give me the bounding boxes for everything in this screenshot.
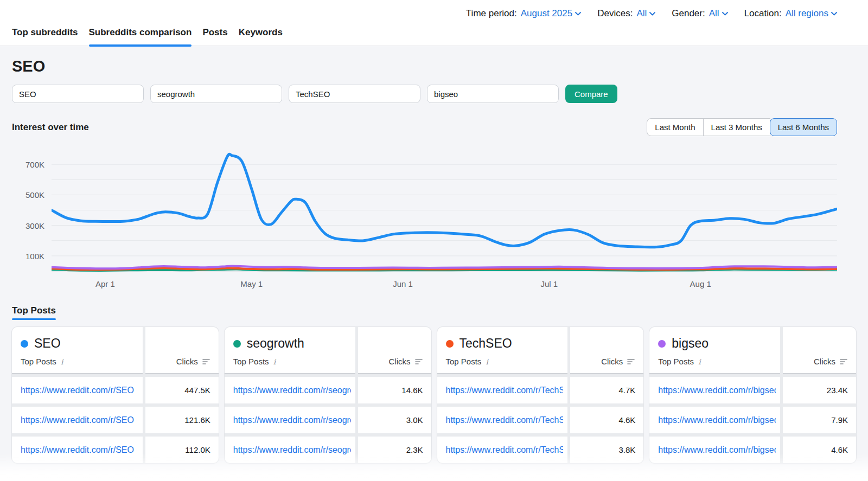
range-button-last-6-months[interactable]: Last 6 Months bbox=[770, 118, 837, 136]
subreddit-compare-bar: Compare bbox=[12, 85, 856, 103]
post-row-link-cell: https://www.reddit.com/r/bigseo bbox=[649, 437, 780, 463]
subreddit-input-seo[interactable] bbox=[12, 85, 144, 103]
post-clicks-value: 4.7K bbox=[618, 386, 635, 395]
post-link[interactable]: https://www.reddit.com/r/bigseo bbox=[658, 445, 776, 455]
compare-button[interactable]: Compare bbox=[565, 85, 617, 103]
filter-location: Location: All regions bbox=[744, 8, 837, 19]
post-link[interactable]: https://www.reddit.com/r/TechSEO bbox=[446, 386, 564, 395]
clicks-column-label: Clicks bbox=[176, 357, 198, 366]
y-axis-label: 300K bbox=[25, 221, 44, 230]
info-icon[interactable]: i bbox=[698, 358, 700, 365]
range-button-last-month[interactable]: Last Month bbox=[647, 118, 703, 136]
subreddit-input-seogrowth[interactable] bbox=[150, 85, 282, 103]
chevron-down-icon bbox=[575, 12, 581, 16]
filter-dropdown-devices[interactable]: All bbox=[636, 8, 655, 19]
posts-column-label: Top Posts bbox=[21, 357, 56, 366]
filter-dropdown-location[interactable]: All regions bbox=[786, 8, 837, 19]
post-link[interactable]: https://www.reddit.com/r/seogrowth bbox=[233, 386, 351, 395]
card-header: SEO Top Posts i bbox=[12, 327, 143, 374]
post-row-clicks-cell: 7.9K bbox=[783, 407, 856, 433]
post-clicks-value: 14.6K bbox=[401, 386, 423, 395]
y-axis-label: 700K bbox=[25, 160, 44, 169]
tab-posts[interactable]: Posts bbox=[202, 21, 227, 46]
card-header: seogrowth Top Posts i bbox=[225, 327, 355, 374]
post-row-link-cell: https://www.reddit.com/r/seogrowth bbox=[225, 377, 355, 403]
subreddit-input-bigseo[interactable] bbox=[427, 85, 559, 103]
post-link[interactable]: https://www.reddit.com/r/SEO bbox=[21, 445, 134, 455]
subreddit-input-techseo[interactable] bbox=[289, 85, 420, 103]
post-link[interactable]: https://www.reddit.com/r/bigseo bbox=[658, 415, 776, 425]
clicks-column-header[interactable]: Clicks bbox=[145, 327, 219, 374]
post-clicks-value: 3.8K bbox=[618, 445, 635, 454]
y-axis-label: 100K bbox=[25, 251, 44, 260]
post-link[interactable]: https://www.reddit.com/r/SEO bbox=[21, 415, 134, 425]
clicks-column-header[interactable]: Clicks bbox=[570, 327, 643, 374]
post-link[interactable]: https://www.reddit.com/r/seogrowth bbox=[233, 445, 351, 455]
filter-label: Time period: bbox=[466, 8, 517, 19]
top-posts-card-techseo: TechSEO Top Posts i Clicks https://www.r… bbox=[437, 327, 644, 463]
tab-subreddits-comparison[interactable]: Subreddits comparison bbox=[89, 21, 192, 46]
main-content: SEO Compare Interest over time Last Mont… bbox=[0, 57, 868, 463]
main-tabs: Top subreddits Subreddits comparison Pos… bbox=[0, 21, 868, 46]
post-clicks-value: 112.0K bbox=[185, 445, 210, 454]
post-clicks-value: 7.9K bbox=[831, 415, 848, 425]
chevron-down-icon bbox=[831, 12, 837, 16]
interest-chart-area: 700K500K300K100K Apr 1May 1Jun 1Jul 1Aug… bbox=[12, 149, 856, 293]
chart-plot bbox=[52, 149, 837, 274]
post-row-clicks-cell: 23.4K bbox=[783, 377, 856, 403]
clicks-column-header[interactable]: Clicks bbox=[783, 327, 856, 374]
global-filters: Time period: August 2025 Devices: All bbox=[0, 0, 868, 21]
top-posts-heading: Top Posts bbox=[12, 305, 56, 320]
post-link[interactable]: https://www.reddit.com/r/seogrowth bbox=[233, 415, 351, 425]
post-row-link-cell: https://www.reddit.com/r/TechSEO bbox=[437, 407, 568, 433]
top-posts-cards: SEO Top Posts i Clicks https://www.reddi… bbox=[12, 327, 856, 463]
posts-column-label: Top Posts bbox=[233, 357, 269, 366]
post-clicks-value: 2.3K bbox=[406, 445, 423, 454]
info-icon[interactable]: i bbox=[61, 358, 63, 365]
tab-keywords[interactable]: Keywords bbox=[239, 21, 283, 46]
posts-column-label: Top Posts bbox=[446, 357, 482, 366]
filter-selected-value: All bbox=[636, 8, 647, 19]
post-row-clicks-cell: 121.6K bbox=[145, 407, 219, 433]
post-link[interactable]: https://www.reddit.com/r/TechSEO bbox=[446, 445, 564, 455]
post-clicks-value: 121.6K bbox=[184, 415, 210, 425]
filter-gender: Gender: All bbox=[672, 8, 727, 19]
post-clicks-value: 3.0K bbox=[406, 415, 423, 425]
post-row-clicks-cell: 4.6K bbox=[783, 437, 856, 463]
post-link[interactable]: https://www.reddit.com/r/bigseo bbox=[658, 386, 776, 395]
filter-dropdown-time-period[interactable]: August 2025 bbox=[521, 8, 581, 19]
post-row-clicks-cell: 4.6K bbox=[570, 407, 643, 433]
post-row-link-cell: https://www.reddit.com/r/seogrowth bbox=[225, 407, 355, 433]
clicks-column-label: Clicks bbox=[814, 357, 835, 366]
tab-top-subreddits[interactable]: Top subreddits bbox=[12, 21, 78, 46]
clicks-column-header[interactable]: Clicks bbox=[358, 327, 431, 374]
post-clicks-value: 23.4K bbox=[827, 386, 848, 395]
card-subreddit-name: bigseo bbox=[672, 336, 709, 351]
post-clicks-value: 447.5K bbox=[184, 386, 210, 395]
posts-column-header: Top Posts i bbox=[21, 357, 137, 366]
top-posts-card-seogrowth: seogrowth Top Posts i Clicks https://www… bbox=[225, 327, 431, 463]
filter-dropdown-gender[interactable]: All bbox=[709, 8, 728, 19]
chart-y-axis: 700K500K300K100K bbox=[12, 149, 52, 274]
x-axis-label: Aug 1 bbox=[690, 279, 711, 288]
post-row-link-cell: https://www.reddit.com/r/seogrowth bbox=[225, 437, 355, 463]
range-button-last-3-months[interactable]: Last 3 Months bbox=[703, 118, 770, 136]
filter-selected-value: August 2025 bbox=[521, 8, 572, 19]
sort-icon bbox=[840, 358, 848, 365]
sort-icon bbox=[202, 358, 210, 365]
post-row-clicks-cell: 112.0K bbox=[145, 437, 219, 463]
top-posts-card-bigseo: bigseo Top Posts i Clicks https://www.re… bbox=[649, 327, 856, 463]
series-color-dot bbox=[446, 340, 454, 348]
filter-label: Gender: bbox=[672, 8, 705, 19]
post-clicks-value: 4.6K bbox=[831, 445, 848, 454]
post-row-link-cell: https://www.reddit.com/r/TechSEO bbox=[437, 377, 568, 403]
post-row-link-cell: https://www.reddit.com/r/SEO bbox=[12, 407, 143, 433]
info-icon[interactable]: i bbox=[486, 358, 488, 365]
posts-column-header: Top Posts i bbox=[658, 357, 775, 366]
post-row-clicks-cell: 3.0K bbox=[358, 407, 431, 433]
info-icon[interactable]: i bbox=[273, 358, 276, 365]
filter-label: Location: bbox=[744, 8, 782, 19]
time-range-segmented-control: Last Month Last 3 Months Last 6 Months bbox=[647, 118, 837, 136]
post-link[interactable]: https://www.reddit.com/r/SEO bbox=[21, 386, 134, 395]
post-link[interactable]: https://www.reddit.com/r/TechSEO bbox=[446, 415, 564, 425]
